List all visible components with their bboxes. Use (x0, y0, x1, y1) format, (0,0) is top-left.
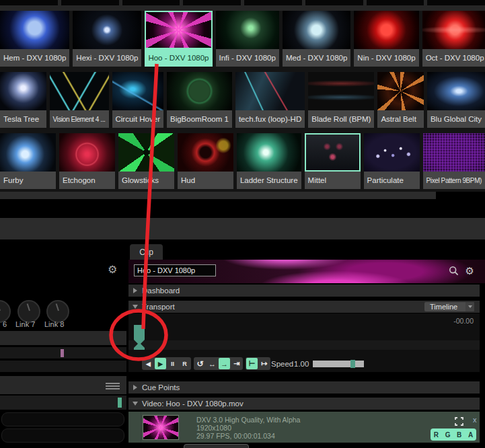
chevron-down-icon (133, 305, 138, 309)
link-knob-6[interactable] (0, 300, 11, 323)
channel-g-button[interactable]: G (445, 431, 451, 439)
chevron-right-icon (133, 385, 137, 390)
clip-cell-partial[interactable] (61, 0, 119, 5)
speed-slider-handle[interactable] (350, 360, 355, 368)
clip-cell-active[interactable]: Hoo - DXV 1080p (145, 11, 212, 67)
clip-label: Infi - DXV 1080p (216, 49, 279, 67)
clip-cell[interactable]: Hem - DXV 1080p (0, 11, 69, 67)
clip-cell[interactable]: Blade Roll (BPM) (308, 72, 374, 128)
tab-clip[interactable]: Clip (130, 244, 163, 260)
clip-cell[interactable]: Blu Global City (427, 72, 485, 128)
clip-thumbnail (308, 72, 374, 110)
clip-label: Med - DXV 1080p (283, 49, 350, 67)
clip-cell-partial[interactable] (122, 0, 180, 5)
fader-track[interactable] (0, 361, 126, 372)
pause-button[interactable]: II (167, 358, 178, 369)
knob-label-link8: Link 8 (44, 320, 64, 328)
channel-b-button[interactable]: B (457, 431, 461, 439)
bounce-button[interactable]: ↔ (207, 358, 218, 369)
clip-thumbnail (118, 133, 174, 172)
search-icon[interactable] (449, 266, 459, 276)
clip-cell-partial[interactable] (183, 0, 241, 5)
clip-thumbnail (0, 133, 56, 172)
clip-label: Hexi - DXV 1080p (73, 49, 141, 67)
clip-cell[interactable]: Etchogon (59, 133, 115, 189)
transport-direction-buttons: ◀ ▶ II R (142, 357, 191, 370)
clip-cell-partial[interactable] (244, 0, 302, 5)
section-header-transport[interactable]: Transport Timeline (128, 301, 480, 313)
clip-cell-partial[interactable] (427, 0, 485, 5)
random-button[interactable]: R (179, 358, 190, 369)
continue-on-trigger-button[interactable]: ↦ (258, 358, 270, 369)
fader-position-tick[interactable] (61, 349, 64, 357)
clip-cell[interactable]: Furby (0, 133, 56, 189)
play-forwards-button[interactable]: ▶ (155, 358, 166, 369)
clip-cell[interactable]: Circuit Hover (112, 72, 163, 128)
clip-thumbnail (112, 72, 163, 110)
clip-thumbnail (427, 72, 485, 110)
clip-cell[interactable]: Oct - DXV 1080p (422, 11, 485, 67)
rgba-channel-toggles: R G B A (431, 428, 476, 441)
clip-label: BigBoomRoom 1 (167, 110, 232, 128)
close-icon[interactable]: x (473, 416, 477, 424)
play-backwards-button[interactable]: ◀ (143, 358, 154, 369)
timeline-playhead-marker[interactable] (134, 325, 145, 350)
clip-cell[interactable]: Particulate (364, 133, 420, 189)
link-knob-7[interactable] (17, 300, 40, 323)
clip-cell[interactable]: BigBoomRoom 1 (167, 72, 232, 128)
fullscreen-icon[interactable] (455, 417, 463, 426)
clip-thumbnail (167, 72, 232, 110)
knob-needle (0, 303, 1, 311)
loop-button[interactable]: ↺ (194, 358, 206, 369)
speed-slider[interactable] (313, 361, 364, 367)
timeline-track[interactable] (128, 340, 480, 350)
play-once-button[interactable]: → (219, 358, 230, 369)
clip-cell[interactable]: Ladder Structure (237, 133, 301, 189)
drag-handle-icon[interactable] (106, 383, 120, 391)
clip-cell[interactable]: Infi - DXV 1080p (216, 11, 279, 67)
clip-cell[interactable]: Hexi - DXV 1080p (73, 11, 141, 67)
clip-cell[interactable]: Hud (178, 133, 233, 189)
clip-cell[interactable]: Nin - DXV 1080p (354, 11, 418, 67)
section-header-dashboard[interactable]: Dashboard (128, 285, 480, 297)
clip-cell[interactable]: Med - DXV 1080p (283, 11, 350, 67)
slider-track[interactable] (1, 412, 124, 426)
slider-track[interactable] (1, 428, 124, 443)
speed-label: Speed (271, 360, 293, 368)
clip-row-3: Furby Etchogon Glowsticks Hud Ladder Str… (0, 133, 485, 189)
clip-cell-partial[interactable] (305, 0, 363, 5)
clip-cell-playing[interactable]: Mittel (305, 133, 361, 189)
clip-thumbnail (305, 133, 361, 172)
section-label: Dashboard (142, 287, 180, 295)
clip-name-input[interactable] (134, 264, 216, 276)
clip-cell-partial[interactable] (367, 0, 424, 5)
gear-icon[interactable]: ⚙ (465, 266, 474, 276)
clip-thumbnail (178, 133, 233, 172)
gear-icon[interactable]: ⚙ (108, 264, 117, 275)
clip-thumbnail (0, 11, 69, 49)
section-header-cue-points[interactable]: Cue Points (128, 381, 480, 394)
grid-partial-row (0, 0, 485, 5)
clip-thumbnail (283, 11, 350, 49)
channel-a-button[interactable]: A (468, 431, 473, 439)
clip-label: tech.fux (loop)-HD (235, 110, 305, 128)
channel-r-button[interactable]: R (434, 431, 439, 439)
clip-cell[interactable]: Vision Element 4 ... (50, 72, 109, 128)
partial-control-below (184, 444, 249, 448)
clip-label: Nin - DXV 1080p (354, 49, 418, 67)
clip-cell-partial[interactable] (0, 0, 58, 5)
link-knob-8[interactable] (46, 300, 69, 323)
section-header-video[interactable]: Video: Hoo - DXV 1080p.mov (128, 398, 480, 410)
play-once-hold-button[interactable]: ⇥ (231, 358, 242, 369)
clip-row-2: Tesla Tree Vision Element 4 ... Circuit … (0, 72, 485, 128)
clip-cell[interactable]: Glowsticks (118, 133, 174, 189)
clip-cell[interactable]: Tesla Tree (0, 72, 46, 128)
clip-cell[interactable]: tech.fux (loop)-HD (235, 72, 305, 128)
clip-cell[interactable]: Astral Belt (377, 72, 424, 128)
dropdown-button[interactable] (465, 302, 474, 311)
transport-mode-dropdown[interactable]: Timeline (424, 302, 474, 311)
video-file-thumbnail (143, 415, 179, 440)
section-label: Cue Points (142, 383, 180, 391)
restart-on-trigger-button[interactable]: ⊢ (246, 358, 258, 369)
clip-cell[interactable]: Pixel Pattern 9BPM) (423, 133, 485, 189)
